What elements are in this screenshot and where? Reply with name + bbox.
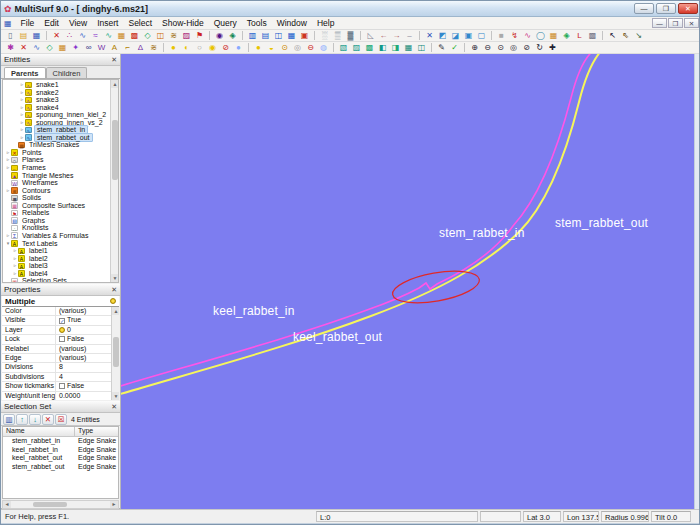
show-parents-icon[interactable]: ◐	[180, 42, 193, 53]
property-value-weight-unit-leng[interactable]: 0.0000	[56, 392, 119, 400]
view-layout-1-icon[interactable]: ▥	[246, 30, 259, 41]
deselect-icon[interactable]: ✕	[423, 30, 436, 41]
measure-icon[interactable]: ◺	[364, 30, 377, 41]
mdi-close-button[interactable]: ✕	[684, 18, 699, 28]
toggle-curves-icon[interactable]: ∿	[30, 42, 43, 53]
visibility-half-icon[interactable]: ◒	[265, 42, 278, 53]
tree-item-contours[interactable]: ▹≋Contours	[3, 187, 118, 195]
pointer-select-icon[interactable]: ↖	[606, 30, 619, 41]
new-file-icon[interactable]: ▯	[4, 30, 17, 41]
zoom-out-icon[interactable]: ⊖	[481, 42, 494, 53]
tree-item-label4[interactable]: ▹Alabel4	[3, 270, 118, 278]
viewport-canvas[interactable]	[121, 54, 694, 509]
label-tool-icon[interactable]: L	[573, 30, 586, 41]
column-name[interactable]: Name	[3, 427, 75, 436]
wireframe-icon[interactable]: ◈	[226, 30, 239, 41]
tree-item-label2[interactable]: ▹Alabel2	[3, 255, 118, 263]
scroll-up-icon[interactable]: ▲	[111, 80, 119, 88]
hide-all-icon[interactable]: ⊘	[219, 42, 232, 53]
visibility-blue-icon[interactable]: ◍	[317, 42, 330, 53]
toggle-planes-icon[interactable]: ◇	[43, 42, 56, 53]
selection-row-keel-rabbet-in[interactable]: keel_rabbet_inEdge Snake	[3, 446, 118, 455]
scroll-thumb[interactable]	[112, 120, 118, 180]
properties-scrollbar[interactable]: ▲ ▼	[111, 307, 119, 400]
mesh-icon[interactable]: ▦	[547, 30, 560, 41]
toggle-surfaces-icon[interactable]: ▦	[56, 42, 69, 53]
locate-icon[interactable]: ■	[495, 30, 508, 41]
visibility-bulb-icon[interactable]	[110, 298, 116, 304]
visibility-all-icon[interactable]: ●	[252, 42, 265, 53]
tree-item-selection-sets[interactable]: ▣Selection Sets	[3, 277, 118, 283]
tree-item-trimesh-snakes[interactable]: ▦TriMesh Snakes	[3, 141, 118, 149]
tab-parents[interactable]: Parents	[4, 67, 46, 78]
select-point-icon[interactable]: ◩	[436, 30, 449, 41]
create-contour-icon[interactable]: ≋	[167, 30, 180, 41]
surface-curvature-icon[interactable]: ◧	[376, 42, 389, 53]
next-view-icon[interactable]: →	[390, 30, 403, 41]
create-composite-icon[interactable]: ▨	[180, 30, 193, 41]
pointer-drag-icon[interactable]: ↘	[632, 30, 645, 41]
tree-item-frames[interactable]: ▹⌐Frames	[3, 164, 118, 172]
view-perspective-icon[interactable]: ▣	[298, 30, 311, 41]
clear-set-icon[interactable]: ☒	[55, 414, 67, 425]
create-snake-icon[interactable]: ∿	[102, 30, 115, 41]
tree-item-relabels[interactable]: ⚑Relabels	[3, 209, 118, 217]
show-children-icon[interactable]: ●	[232, 42, 245, 53]
tree-item-snake4[interactable]: ▹∿snake4	[3, 104, 118, 112]
viewport[interactable]: stem_rabbet_instem_rabbet_outkeel_rabbet…	[121, 54, 694, 509]
zoom-in-icon[interactable]: ⊕	[468, 42, 481, 53]
selection-close-icon[interactable]: ✕	[111, 403, 117, 411]
menu-query[interactable]: Query	[209, 18, 242, 28]
view-layout-4-icon[interactable]: ▦	[285, 30, 298, 41]
view-layout-2-icon[interactable]: ▤	[259, 30, 272, 41]
toggle-points-icon[interactable]: ✱	[4, 42, 17, 53]
tree-item-stem-rabbet-out[interactable]: ▹∿stem_rabbet_out	[3, 134, 118, 142]
menu-help[interactable]: Help	[312, 18, 339, 28]
scroll-up-icon[interactable]: ▲	[112, 307, 119, 315]
move-down-icon[interactable]: ↓	[29, 414, 41, 425]
property-value-visible[interactable]: ✓True	[56, 316, 119, 324]
property-value-subdivisions[interactable]: 4	[56, 373, 119, 381]
show-entity-icon[interactable]: ●	[167, 42, 180, 53]
property-value-divisions[interactable]: 8	[56, 363, 119, 371]
hide-entity-icon[interactable]: ○	[193, 42, 206, 53]
hatch-icon[interactable]: ▩	[586, 30, 599, 41]
minimize-button[interactable]: —	[634, 3, 654, 14]
view-layout-3-icon[interactable]: ◫	[272, 30, 285, 41]
magnet-icon[interactable]: ∿	[521, 30, 534, 41]
scroll-thumb[interactable]	[113, 337, 119, 367]
grid-snap-icon[interactable]: ▓	[344, 30, 357, 41]
surface-normal-icon[interactable]: ▩	[363, 42, 376, 53]
surface-edge-icon[interactable]: ◫	[415, 42, 428, 53]
create-relabel-icon[interactable]: ⚑	[193, 30, 206, 41]
rotate-view-icon[interactable]: ↻	[533, 42, 546, 53]
toggle-labels-icon[interactable]: A	[108, 42, 121, 53]
tree-item-variables-formulas[interactable]: ▹ΣVariables & Formulas	[3, 232, 118, 240]
menu-select[interactable]: Select	[123, 18, 157, 28]
toggle-contours-icon[interactable]: ≋	[147, 42, 160, 53]
scroll-down-icon[interactable]: ▼	[112, 392, 119, 400]
toggle-snakes-icon[interactable]: ✦	[69, 42, 82, 53]
tree-item-snake3[interactable]: ▹∿snake3	[3, 96, 118, 104]
select-surface-icon[interactable]: ▣	[462, 30, 475, 41]
move-up-icon[interactable]: ↑	[16, 414, 28, 425]
ruler-icon[interactable]: ‒	[403, 30, 416, 41]
viewport-label-keel-rabbet-out[interactable]: keel_rabbet_out	[293, 330, 382, 344]
property-value-show-tickmarks[interactable]: False	[56, 382, 119, 390]
property-value-color[interactable]: (various)	[56, 307, 119, 315]
selection-row-stem-rabbet-in[interactable]: stem_rabbet_inEdge Snake	[3, 437, 118, 446]
open-file-icon[interactable]: ▤	[17, 30, 30, 41]
tree-item-wireframes[interactable]: WWireframes	[3, 179, 118, 187]
orbit-icon[interactable]: ◯	[534, 30, 547, 41]
save-icon[interactable]: ▦	[30, 30, 43, 41]
surface-mesh-icon[interactable]: ▨	[350, 42, 363, 53]
tree-item-planes[interactable]: ▹◇Planes	[3, 156, 118, 164]
entities-tree-scrollbar[interactable]: ▲ ▼	[110, 80, 118, 282]
ring-icon[interactable]: ↯	[508, 30, 521, 41]
select-fence-icon[interactable]: ▢	[475, 30, 488, 41]
toggle-solids-icon[interactable]: ∞	[82, 42, 95, 53]
visibility-layer-icon[interactable]: ⊙	[278, 42, 291, 53]
tree-item-label1[interactable]: ▹Alabel1	[3, 247, 118, 255]
prev-view-icon[interactable]: ←	[377, 30, 390, 41]
digitize-pen-icon[interactable]: ✎	[435, 42, 448, 53]
